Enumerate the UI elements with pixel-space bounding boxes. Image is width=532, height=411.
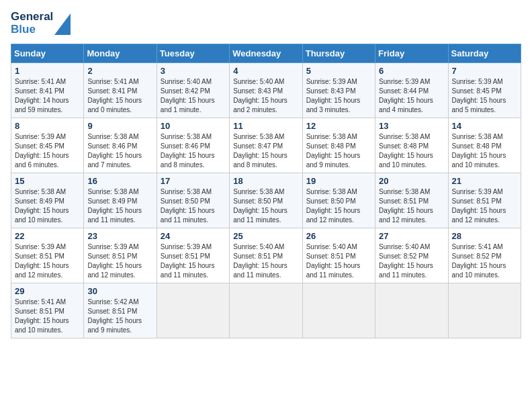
- weekday-header-saturday: Saturday: [448, 44, 521, 63]
- day-info: Sunrise: 5:39 AM Sunset: 8:51 PM Dayligh…: [452, 187, 517, 225]
- calendar-cell: 28 Sunrise: 5:41 AM Sunset: 8:52 PM Dayl…: [448, 228, 521, 283]
- day-info: Sunrise: 5:39 AM Sunset: 8:51 PM Dayligh…: [161, 242, 226, 280]
- weekday-header-thursday: Thursday: [302, 44, 375, 63]
- day-number: 27: [379, 231, 444, 241]
- day-info: Sunrise: 5:38 AM Sunset: 8:48 PM Dayligh…: [306, 132, 371, 170]
- calendar-cell: 4 Sunrise: 5:40 AM Sunset: 8:43 PM Dayli…: [230, 63, 302, 118]
- day-number: 23: [87, 231, 152, 241]
- day-info: Sunrise: 5:39 AM Sunset: 8:43 PM Dayligh…: [306, 77, 371, 115]
- calendar-cell: 23 Sunrise: 5:39 AM Sunset: 8:51 PM Dayl…: [84, 228, 157, 283]
- day-info: Sunrise: 5:38 AM Sunset: 8:50 PM Dayligh…: [306, 187, 371, 225]
- day-number: 28: [452, 231, 517, 241]
- calendar-cell: 5 Sunrise: 5:39 AM Sunset: 8:43 PM Dayli…: [302, 63, 375, 118]
- day-number: 5: [306, 66, 371, 76]
- calendar-cell: 24 Sunrise: 5:39 AM Sunset: 8:51 PM Dayl…: [157, 228, 229, 283]
- day-number: 18: [233, 176, 298, 186]
- day-number: 25: [233, 231, 298, 241]
- weekday-header-friday: Friday: [375, 44, 448, 63]
- calendar-cell: [157, 283, 229, 338]
- weekday-header-wednesday: Wednesday: [230, 44, 302, 63]
- logo-triangle-icon: [54, 13, 71, 35]
- day-info: Sunrise: 5:38 AM Sunset: 8:50 PM Dayligh…: [233, 187, 298, 225]
- calendar-cell: 3 Sunrise: 5:40 AM Sunset: 8:42 PM Dayli…: [157, 63, 229, 118]
- weekday-header-sunday: Sunday: [11, 44, 84, 63]
- calendar-cell: 21 Sunrise: 5:39 AM Sunset: 8:51 PM Dayl…: [448, 173, 521, 228]
- calendar-cell: 8 Sunrise: 5:39 AM Sunset: 8:45 PM Dayli…: [11, 118, 84, 173]
- day-info: Sunrise: 5:38 AM Sunset: 8:46 PM Dayligh…: [161, 132, 226, 170]
- day-info: Sunrise: 5:38 AM Sunset: 8:49 PM Dayligh…: [87, 187, 152, 225]
- calendar-cell: 30 Sunrise: 5:42 AM Sunset: 8:51 PM Dayl…: [84, 283, 157, 338]
- day-info: Sunrise: 5:41 AM Sunset: 8:41 PM Dayligh…: [87, 77, 152, 115]
- calendar-cell: 25 Sunrise: 5:40 AM Sunset: 8:51 PM Dayl…: [230, 228, 302, 283]
- calendar-cell: [230, 283, 302, 338]
- day-number: 7: [452, 66, 517, 76]
- calendar-cell: 10 Sunrise: 5:38 AM Sunset: 8:46 PM Dayl…: [157, 118, 229, 173]
- day-number: 4: [233, 66, 298, 76]
- day-info: Sunrise: 5:41 AM Sunset: 8:51 PM Dayligh…: [15, 298, 80, 335]
- logo-combined: General Blue: [11, 11, 71, 36]
- day-info: Sunrise: 5:39 AM Sunset: 8:51 PM Dayligh…: [15, 242, 80, 280]
- calendar-cell: 13 Sunrise: 5:38 AM Sunset: 8:48 PM Dayl…: [375, 118, 448, 173]
- day-info: Sunrise: 5:40 AM Sunset: 8:42 PM Dayligh…: [161, 77, 226, 115]
- day-number: 9: [87, 121, 152, 131]
- calendar-cell: 12 Sunrise: 5:38 AM Sunset: 8:48 PM Dayl…: [302, 118, 375, 173]
- day-number: 17: [161, 176, 226, 186]
- calendar-cell: 11 Sunrise: 5:38 AM Sunset: 8:47 PM Dayl…: [230, 118, 302, 173]
- day-info: Sunrise: 5:41 AM Sunset: 8:52 PM Dayligh…: [452, 242, 517, 280]
- calendar-cell: 17 Sunrise: 5:38 AM Sunset: 8:50 PM Dayl…: [157, 173, 229, 228]
- day-number: 24: [161, 231, 226, 241]
- calendar-cell: 6 Sunrise: 5:39 AM Sunset: 8:44 PM Dayli…: [375, 63, 448, 118]
- day-number: 11: [233, 121, 298, 131]
- calendar-cell: 20 Sunrise: 5:38 AM Sunset: 8:51 PM Dayl…: [375, 173, 448, 228]
- day-info: Sunrise: 5:39 AM Sunset: 8:51 PM Dayligh…: [87, 242, 152, 280]
- calendar-cell: 14 Sunrise: 5:38 AM Sunset: 8:48 PM Dayl…: [448, 118, 521, 173]
- calendar-cell: 18 Sunrise: 5:38 AM Sunset: 8:50 PM Dayl…: [230, 173, 302, 228]
- day-info: Sunrise: 5:39 AM Sunset: 8:44 PM Dayligh…: [379, 77, 444, 115]
- calendar-table: SundayMondayTuesdayWednesdayThursdayFrid…: [11, 44, 521, 338]
- calendar-cell: [448, 283, 521, 338]
- day-info: Sunrise: 5:38 AM Sunset: 8:49 PM Dayligh…: [15, 187, 80, 225]
- day-number: 10: [161, 121, 226, 131]
- day-info: Sunrise: 5:38 AM Sunset: 8:50 PM Dayligh…: [161, 187, 226, 225]
- calendar-cell: 9 Sunrise: 5:38 AM Sunset: 8:46 PM Dayli…: [84, 118, 157, 173]
- day-number: 21: [452, 176, 517, 186]
- logo: General Blue: [11, 11, 71, 36]
- day-info: Sunrise: 5:41 AM Sunset: 8:41 PM Dayligh…: [15, 77, 80, 115]
- day-number: 16: [87, 176, 152, 186]
- calendar-cell: [302, 283, 375, 338]
- calendar-cell: 7 Sunrise: 5:39 AM Sunset: 8:45 PM Dayli…: [448, 63, 521, 118]
- weekday-header-monday: Monday: [84, 44, 157, 63]
- day-number: 26: [306, 231, 371, 241]
- calendar-cell: 1 Sunrise: 5:41 AM Sunset: 8:41 PM Dayli…: [11, 63, 84, 118]
- day-number: 6: [379, 66, 444, 76]
- day-info: Sunrise: 5:40 AM Sunset: 8:51 PM Dayligh…: [306, 242, 371, 280]
- page-header: General Blue: [11, 11, 521, 36]
- day-info: Sunrise: 5:42 AM Sunset: 8:51 PM Dayligh…: [87, 298, 152, 335]
- day-number: 8: [15, 121, 80, 131]
- calendar-cell: 22 Sunrise: 5:39 AM Sunset: 8:51 PM Dayl…: [11, 228, 84, 283]
- day-number: 22: [15, 231, 80, 241]
- day-number: 29: [15, 286, 80, 296]
- day-info: Sunrise: 5:38 AM Sunset: 8:46 PM Dayligh…: [87, 132, 152, 170]
- calendar-cell: 29 Sunrise: 5:41 AM Sunset: 8:51 PM Dayl…: [11, 283, 84, 338]
- day-number: 3: [161, 66, 226, 76]
- day-info: Sunrise: 5:38 AM Sunset: 8:47 PM Dayligh…: [233, 132, 298, 170]
- day-number: 14: [452, 121, 517, 131]
- day-number: 30: [87, 286, 152, 296]
- day-info: Sunrise: 5:38 AM Sunset: 8:48 PM Dayligh…: [452, 132, 517, 170]
- day-info: Sunrise: 5:39 AM Sunset: 8:45 PM Dayligh…: [15, 132, 80, 170]
- day-number: 2: [87, 66, 152, 76]
- day-info: Sunrise: 5:38 AM Sunset: 8:48 PM Dayligh…: [379, 132, 444, 170]
- day-info: Sunrise: 5:38 AM Sunset: 8:51 PM Dayligh…: [379, 187, 444, 225]
- weekday-header-tuesday: Tuesday: [157, 44, 229, 63]
- calendar-cell: 26 Sunrise: 5:40 AM Sunset: 8:51 PM Dayl…: [302, 228, 375, 283]
- day-number: 12: [306, 121, 371, 131]
- day-info: Sunrise: 5:39 AM Sunset: 8:45 PM Dayligh…: [452, 77, 517, 115]
- svg-marker-0: [54, 13, 71, 35]
- day-info: Sunrise: 5:40 AM Sunset: 8:51 PM Dayligh…: [233, 242, 298, 280]
- day-info: Sunrise: 5:40 AM Sunset: 8:52 PM Dayligh…: [379, 242, 444, 280]
- day-number: 20: [379, 176, 444, 186]
- day-number: 15: [15, 176, 80, 186]
- calendar-cell: 27 Sunrise: 5:40 AM Sunset: 8:52 PM Dayl…: [375, 228, 448, 283]
- day-number: 19: [306, 176, 371, 186]
